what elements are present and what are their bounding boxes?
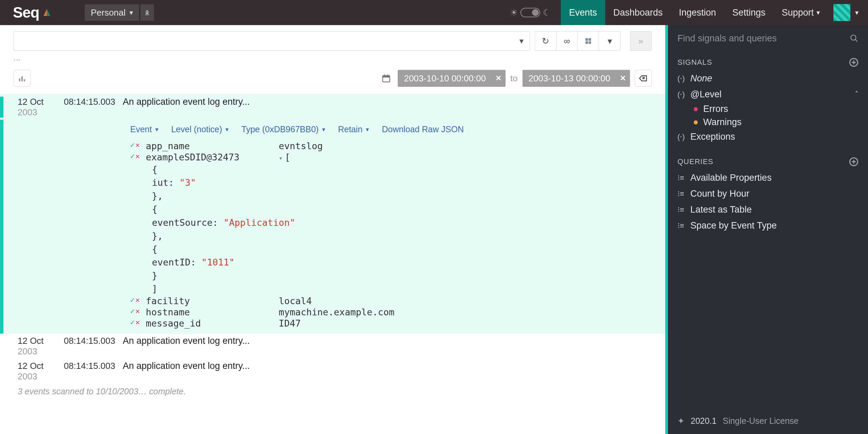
signals-label: SIGNALS xyxy=(677,58,712,67)
view-mode-dropdown[interactable]: ▾ xyxy=(599,31,620,51)
property-value[interactable]: evntslog xyxy=(279,141,323,151)
date-from-value: 2003-10-10 00:00:00 xyxy=(404,73,486,84)
chevron-down-icon[interactable]: ▾ xyxy=(279,154,283,162)
nav-tab-events[interactable]: Events xyxy=(561,0,605,25)
signal-icon: (⋅) xyxy=(677,133,685,141)
nav-tab-settings[interactable]: Settings xyxy=(724,0,774,25)
exclude-filter-icon[interactable]: ✕ xyxy=(135,307,140,315)
clear-date-range-button[interactable] xyxy=(635,70,652,87)
add-query-button[interactable] xyxy=(849,157,859,166)
event-message: An application event log entry... xyxy=(123,361,665,371)
query-icon: ⁝≡ xyxy=(677,174,685,182)
query-icon: ⁝≡ xyxy=(677,190,685,198)
chevron-double-right-icon: » xyxy=(638,36,643,46)
signal-sub-warnings[interactable]: Warnings xyxy=(668,116,868,129)
histogram-toggle-button[interactable] xyxy=(14,70,31,87)
chevron-up-icon[interactable]: ˄ xyxy=(855,90,859,99)
calendar-icon[interactable] xyxy=(381,74,391,83)
avatar-icon xyxy=(833,4,850,21)
property-key[interactable]: hostname xyxy=(146,307,279,317)
exclude-filter-icon[interactable]: ✕ xyxy=(135,296,140,304)
nav-tabs: Events Dashboards Ingestion Settings Sup… xyxy=(561,0,868,25)
download-raw-json-link[interactable]: Download Raw JSON xyxy=(382,124,464,134)
query-item[interactable]: ⁝≡ Count by Hour xyxy=(668,186,868,202)
run-query-button[interactable]: » xyxy=(630,31,652,51)
chevron-down-icon: ▾ xyxy=(855,8,859,17)
search-icon[interactable] xyxy=(850,34,859,43)
svg-rect-12 xyxy=(388,74,388,76)
event-menu[interactable]: Event▾ xyxy=(130,124,158,134)
queries-label: QUERIES xyxy=(677,157,713,166)
view-mode-button[interactable] xyxy=(577,31,599,51)
version-label[interactable]: 2020.1 xyxy=(691,416,716,426)
signal-item-exceptions[interactable]: (⋅) Exceptions xyxy=(668,129,868,145)
user-menu[interactable]: ▾ xyxy=(828,0,868,25)
property-row: ✓✕ exampleSDID@32473 ▾[ xyxy=(130,152,665,163)
exclude-filter-icon[interactable]: ✕ xyxy=(135,318,140,327)
moon-icon: ☾ xyxy=(543,7,551,18)
query-input[interactable]: ▾ xyxy=(14,31,530,51)
query-item[interactable]: ⁝≡ Space by Event Type xyxy=(668,218,868,234)
breadcrumb-ellipsis: ... xyxy=(0,53,665,64)
event-row[interactable]: 12 Oct 2003 08:14:15.003 An application … xyxy=(0,334,665,359)
event-row[interactable]: 12 Oct 2003 08:14:15.003 An application … xyxy=(0,359,665,384)
retain-menu[interactable]: Retain▾ xyxy=(338,124,369,134)
svg-rect-11 xyxy=(384,74,385,76)
nav-tab-support[interactable]: Support ▾ xyxy=(773,0,828,25)
toggle-track xyxy=(520,8,540,17)
refresh-button[interactable]: ↻ xyxy=(535,31,556,51)
brand-logo-text: Seq xyxy=(13,4,39,21)
sidebar-search-input[interactable] xyxy=(677,33,850,44)
date-to-value: 2003-10-13 00:00:00 xyxy=(529,73,610,84)
chevron-down-icon: ▾ xyxy=(130,8,133,17)
include-filter-icon[interactable]: ✓ xyxy=(130,296,135,304)
nav-tab-ingestion[interactable]: Ingestion xyxy=(671,0,724,25)
date-from-input[interactable]: 2003-10-10 00:00:00 ✕ xyxy=(398,70,505,87)
query-item[interactable]: ⁝≡ Available Properties xyxy=(668,170,868,186)
signal-item-none[interactable]: (⋅) None xyxy=(668,71,868,86)
close-icon[interactable]: ✕ xyxy=(495,74,501,83)
chevron-down-icon: ▾ xyxy=(155,126,158,133)
brand-logo-icon xyxy=(43,8,51,17)
workspace-selector[interactable]: Personal ▾ xyxy=(85,4,139,21)
chevron-down-icon: ▾ xyxy=(608,36,612,46)
property-value[interactable]: ▾[ xyxy=(279,152,290,162)
property-value[interactable]: mymachine.example.com xyxy=(279,307,394,317)
events-list: 12 Oct 2003 08:14:15.003 An application … xyxy=(0,95,665,434)
level-menu[interactable]: Level (notice)▾ xyxy=(171,124,229,134)
property-key[interactable]: exampleSDID@32473 xyxy=(146,152,279,162)
event-row-expanded[interactable]: 12 Oct 2003 08:14:15.003 An application … xyxy=(0,95,665,120)
tail-button[interactable]: ∞ xyxy=(556,31,578,51)
property-value[interactable]: ID47 xyxy=(279,318,301,329)
exclude-filter-icon[interactable]: ✕ xyxy=(135,141,140,149)
include-filter-icon[interactable]: ✓ xyxy=(130,318,135,327)
chevron-down-icon: ▾ xyxy=(816,8,820,17)
property-key[interactable]: facility xyxy=(146,296,279,306)
date-to-input[interactable]: 2003-10-13 00:00:00 ✕ xyxy=(522,70,630,87)
property-key[interactable]: app_name xyxy=(146,141,279,151)
include-filter-icon[interactable]: ✓ xyxy=(130,152,135,160)
type-menu[interactable]: Type (0xDB967BB0)▾ xyxy=(241,124,325,134)
include-filter-icon[interactable]: ✓ xyxy=(130,307,135,315)
include-filter-icon[interactable]: ✓ xyxy=(130,141,135,149)
query-item[interactable]: ⁝≡ Latest as Table xyxy=(668,202,868,218)
nav-tab-dashboards[interactable]: Dashboards xyxy=(605,0,671,25)
exclude-filter-icon[interactable]: ✕ xyxy=(135,152,140,160)
property-key[interactable]: message_id xyxy=(146,318,279,329)
signal-icon: (⋅) xyxy=(677,74,685,83)
scan-status-text: 3 events scanned to 10/10/2003… complete… xyxy=(0,384,665,396)
theme-toggle[interactable]: ☀ ☾ xyxy=(510,7,551,18)
svg-marker-1 xyxy=(47,9,50,16)
add-signal-button[interactable] xyxy=(849,58,859,67)
top-navbar: Seq Personal ▾ ☀ ☾ Events Dashboards Ing… xyxy=(0,0,868,25)
close-icon[interactable]: ✕ xyxy=(620,74,626,83)
pin-workspace-button[interactable] xyxy=(140,4,154,21)
event-timestamp: 12 Oct 2003 08:14:15.003 xyxy=(3,97,115,118)
sidebar-footer: ✦ 2020.1 Single-User License xyxy=(668,410,868,434)
property-row: ✓✕ hostname mymachine.example.com xyxy=(130,307,665,318)
signal-item-level[interactable]: (⋅) @Level ˄ xyxy=(668,86,868,102)
svg-rect-10 xyxy=(383,76,390,78)
signal-sub-errors[interactable]: Errors xyxy=(668,102,868,116)
property-value[interactable]: local4 xyxy=(279,296,312,306)
svg-line-14 xyxy=(855,39,857,42)
